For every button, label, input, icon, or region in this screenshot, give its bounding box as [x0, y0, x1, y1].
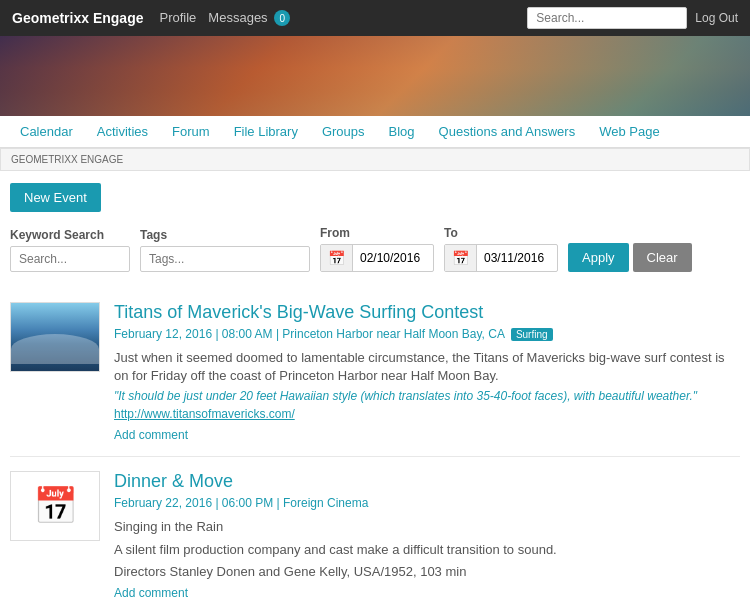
from-label: From	[320, 226, 434, 240]
event-thumb-surf	[10, 302, 100, 372]
tags-input[interactable]	[140, 246, 310, 272]
nav-webpage[interactable]: Web Page	[587, 116, 671, 147]
to-date-wrapper: 📅	[444, 244, 558, 272]
header-left: Geometrixx Engage Profile Messages 0	[12, 10, 290, 27]
nav-qa[interactable]: Questions and Answers	[427, 116, 588, 147]
nav-forum[interactable]: Forum	[160, 116, 222, 147]
calendar-icon-dinner: 📅	[33, 485, 78, 527]
surf-wave	[11, 334, 99, 364]
from-date-input[interactable]	[353, 246, 433, 270]
keyword-group: Keyword Search	[10, 228, 130, 272]
header-search-input[interactable]	[527, 7, 687, 29]
messages-link[interactable]: Messages 0	[208, 10, 290, 27]
event-thumb-dinner: 📅	[10, 471, 100, 541]
breadcrumb: GEOMETRIXX ENGAGE	[0, 148, 750, 171]
filter-buttons: Apply Clear	[568, 243, 692, 272]
profile-link[interactable]: Profile	[160, 10, 197, 27]
from-date-wrapper: 📅	[320, 244, 434, 272]
event-tag-surf: Surfing	[511, 328, 553, 341]
to-group: To 📅	[444, 226, 558, 272]
apply-button[interactable]: Apply	[568, 243, 629, 272]
from-calendar-icon[interactable]: 📅	[321, 245, 353, 271]
keyword-label: Keyword Search	[10, 228, 130, 242]
site-title: Geometrixx Engage	[12, 10, 144, 26]
event-datetime-surf: February 12, 2016 | 08:00 AM | Princeton…	[114, 327, 505, 341]
event-title-dinner[interactable]: Dinner & Move	[114, 471, 740, 492]
event-desc3-dinner: Directors Stanley Donen and Gene Kelly, …	[114, 563, 740, 581]
nav-activities[interactable]: Activities	[85, 116, 160, 147]
tags-label: Tags	[140, 228, 310, 242]
event-quote-surf: "It should be just under 20 feet Hawaiia…	[114, 389, 740, 403]
event-desc2-dinner: A silent film production company and cas…	[114, 541, 740, 559]
hero-image	[0, 36, 750, 116]
event-meta-surf: February 12, 2016 | 08:00 AM | Princeton…	[114, 327, 740, 341]
nav-calendar[interactable]: Calendar	[8, 116, 85, 147]
to-label: To	[444, 226, 558, 240]
header: Geometrixx Engage Profile Messages 0 Log…	[0, 0, 750, 36]
add-comment-dinner[interactable]: Add comment	[114, 586, 188, 600]
to-calendar-icon[interactable]: 📅	[445, 245, 477, 271]
content-area: New Event Keyword Search Tags From 📅 To …	[0, 171, 750, 602]
to-date-input[interactable]	[477, 246, 557, 270]
event-title-surf[interactable]: Titans of Maverick's Big-Wave Surfing Co…	[114, 302, 740, 323]
main-nav: Calendar Activities Forum File Library G…	[0, 116, 750, 148]
nav-groups[interactable]: Groups	[310, 116, 377, 147]
hero-overlay	[0, 36, 750, 116]
event-item-dinner: 📅 Dinner & Move February 22, 2016 | 06:0…	[10, 457, 740, 602]
nav-blog[interactable]: Blog	[377, 116, 427, 147]
filter-row: Keyword Search Tags From 📅 To 📅 Apply Cl…	[10, 226, 740, 272]
event-item-surf: Titans of Maverick's Big-Wave Surfing Co…	[10, 288, 740, 457]
add-comment-surf[interactable]: Add comment	[114, 428, 188, 442]
new-event-button[interactable]: New Event	[10, 183, 101, 212]
logout-button[interactable]: Log Out	[695, 11, 738, 25]
event-content-dinner: Dinner & Move February 22, 2016 | 06:00 …	[114, 471, 740, 600]
keyword-search-input[interactable]	[10, 246, 130, 272]
event-link-surf[interactable]: http://www.titansofmavericks.com/	[114, 407, 740, 421]
event-desc-surf: Just when it seemed doomed to lamentable…	[114, 349, 740, 385]
tags-group: Tags	[140, 228, 310, 272]
nav-file-library[interactable]: File Library	[222, 116, 310, 147]
event-desc1-dinner: Singing in the Rain	[114, 518, 740, 536]
event-meta-dinner: February 22, 2016 | 06:00 PM | Foreign C…	[114, 496, 740, 510]
header-right: Log Out	[527, 7, 738, 29]
messages-badge: 0	[274, 10, 290, 26]
surf-image	[11, 302, 99, 372]
from-group: From 📅	[320, 226, 434, 272]
header-nav: Profile Messages 0	[160, 10, 291, 27]
event-content-surf: Titans of Maverick's Big-Wave Surfing Co…	[114, 302, 740, 442]
event-datetime-dinner: February 22, 2016 | 06:00 PM | Foreign C…	[114, 496, 368, 510]
clear-button[interactable]: Clear	[633, 243, 692, 272]
